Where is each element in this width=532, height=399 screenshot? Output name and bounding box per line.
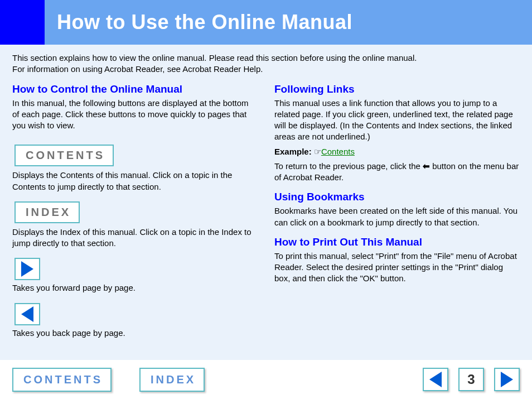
example-contents-link[interactable]: Contents — [321, 147, 355, 156]
right-column: Following Links This manual uses a link … — [274, 83, 520, 342]
footer-bar: CONTENTS INDEX 3 — [0, 360, 532, 399]
links-body: This manual uses a link function that al… — [274, 98, 520, 143]
control-body: In this manual, the following buttons ar… — [12, 98, 258, 132]
back-desc: Takes you back page by page. — [12, 328, 258, 339]
play-back-icon — [21, 306, 33, 322]
intro-line-1: This section explains how to view the on… — [12, 52, 520, 64]
print-body: To print this manual, select "Print" fro… — [274, 251, 520, 285]
left-column: How to Control the Online Manual In this… — [12, 83, 258, 342]
columns: How to Control the Online Manual In this… — [12, 83, 520, 342]
forward-desc: Takes you forward page by page. — [12, 282, 258, 294]
index-demo-button[interactable]: INDEX — [14, 201, 80, 223]
page-title: How to Use the Online Manual — [45, 11, 352, 34]
footer-next-button[interactable] — [494, 368, 520, 391]
index-desc: Displays the Index of this manual. Click… — [12, 227, 258, 249]
intro-text: This section explains how to view the on… — [12, 52, 520, 75]
back-demo-button[interactable] — [14, 303, 40, 325]
forward-demo-button[interactable] — [14, 258, 40, 280]
control-heading: How to Control the Online Manual — [12, 83, 258, 95]
return-pre: To return to the previous page, click th… — [274, 161, 423, 171]
triangle-left-icon — [429, 372, 442, 387]
print-heading: How to Print Out This Manual — [274, 236, 520, 248]
links-return: To return to the previous page, click th… — [274, 161, 520, 184]
pointing-hand-icon: ☞ — [314, 147, 321, 156]
content-area: This section explains how to view the on… — [0, 45, 532, 360]
footer-contents-button[interactable]: CONTENTS — [12, 368, 112, 392]
bookmarks-body: Bookmarks have been created on the left … — [274, 205, 520, 228]
footer-nav-group: 3 — [423, 368, 520, 391]
back-arrow-icon: ⬅ — [423, 161, 430, 171]
footer-prev-button[interactable] — [423, 368, 448, 391]
play-forward-icon — [21, 261, 33, 277]
links-heading: Following Links — [274, 83, 520, 95]
header-logo-box — [0, 0, 45, 45]
header-bar: How to Use the Online Manual — [0, 0, 532, 45]
example-label: Example: — [274, 147, 312, 156]
contents-demo-button[interactable]: CONTENTS — [14, 145, 114, 166]
intro-line-2: For information on using Acrobat Reader,… — [12, 64, 520, 75]
links-example: Example: ☞Contents — [274, 146, 520, 157]
triangle-right-icon — [501, 372, 513, 387]
bookmarks-heading: Using Bookmarks — [274, 191, 520, 203]
footer-page-number: 3 — [458, 368, 484, 391]
footer-index-button[interactable]: INDEX — [139, 368, 205, 392]
contents-desc: Displays the Contents of this manual. Cl… — [12, 170, 258, 193]
